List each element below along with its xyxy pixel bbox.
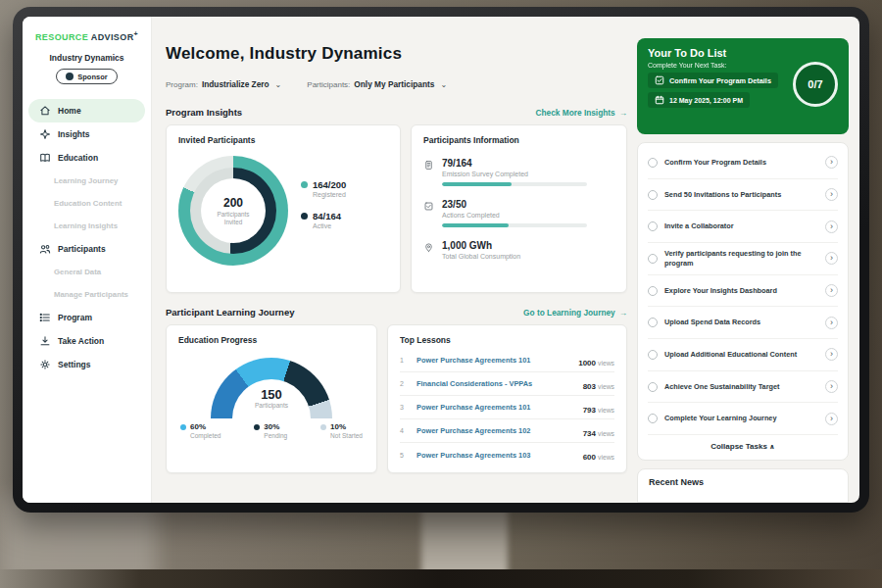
info-row: 79/164 Emission Survey Completed (423, 158, 614, 186)
task-checkbox[interactable] (648, 318, 658, 327)
sidebar-item-take-action[interactable]: Take Action (28, 329, 145, 353)
task-item[interactable]: Send 50 Invitations to Participants › (648, 179, 838, 212)
check-more-insights-link[interactable]: Check More Insights → (536, 108, 627, 118)
chevron-right-icon[interactable]: › (825, 413, 838, 425)
sidebar-nav: Home Insights Education Learning Journey… (23, 99, 151, 376)
donut-center: 200 Participants Invited (201, 178, 266, 243)
info-row: 1,000 GWh Total Global Consumption (423, 240, 614, 265)
app-logo: RESOURCE ADVISOR+ (23, 30, 151, 42)
org-name: Industry Dynamics (23, 53, 151, 63)
task-item[interactable]: Upload Additional Educational Content › (648, 339, 838, 371)
task-checkbox[interactable] (648, 286, 658, 296)
monitor-bezel: RESOURCE ADVISOR+ Industry Dynamics Spon… (13, 7, 869, 513)
chevron-right-icon[interactable]: › (825, 380, 838, 393)
lesson-link[interactable]: Financial Considerations - VPPAs (416, 379, 575, 388)
chevron-right-icon[interactable]: › (825, 156, 838, 169)
task-item[interactable]: Explore Your Insights Dashboard › (648, 275, 838, 308)
card-title: Education Progress (178, 335, 365, 345)
legend-item-completed: 60% Completed (180, 422, 220, 439)
task-item[interactable]: Verify participants requesting to join t… (648, 243, 838, 275)
filter-bar: Program: Industrialize Zero ⌄ Participan… (166, 79, 447, 89)
chevron-right-icon[interactable]: › (825, 317, 838, 329)
sidebar-item-general-data[interactable]: General Data (23, 261, 151, 283)
legend-item-registered: 164/200 Registered (301, 179, 346, 198)
teal-dot-icon (301, 181, 308, 188)
arrow-right-icon: → (619, 308, 627, 318)
sidebar-item-program[interactable]: Program (28, 306, 145, 329)
section-title: Program Insights (166, 107, 242, 118)
check-square-icon (423, 201, 434, 212)
lesson-link[interactable]: Power Purchase Agreements 101 (416, 356, 570, 365)
info-row: 23/50 Actions Completed (423, 199, 614, 227)
lesson-row: 1 Power Purchase Agreements 101 1000view… (400, 349, 614, 372)
navy-dot-icon (301, 213, 308, 220)
education-progress-card: Education Progress 150 Participants 60% … (166, 324, 377, 473)
chevron-right-icon[interactable]: › (825, 284, 838, 297)
due-date: 12 May 2025, 12:00 PM (648, 92, 750, 108)
info-progress-fill (442, 182, 512, 186)
program-filter[interactable]: Program: Industrialize Zero ⌄ (166, 79, 281, 89)
chevron-up-icon: ∧ (769, 443, 775, 450)
todo-progress-badge: 0/7 (793, 62, 838, 107)
participants-filter[interactable]: Participants: Only My Participants ⌄ (307, 79, 447, 89)
next-task[interactable]: Confirm Your Program Details (648, 73, 778, 88)
task-checkbox[interactable] (648, 382, 658, 392)
book-icon (39, 152, 51, 164)
task-checkbox[interactable] (648, 350, 658, 360)
sidebar-item-education-content[interactable]: Education Content (23, 192, 151, 215)
gauge-center: 150 Participants (178, 387, 365, 409)
invited-participants-card: Invited Participants 200 Participants In… (166, 124, 401, 293)
sidebar-item-learning-insights[interactable]: Learning Insights (23, 215, 151, 237)
chevron-right-icon[interactable]: › (825, 220, 838, 233)
task-checkbox[interactable] (648, 190, 658, 200)
learning-journey-header: Participant Learning Journey Go to Learn… (166, 307, 627, 318)
task-item[interactable]: Confirm Your Program Details › (648, 147, 838, 179)
task-checkbox[interactable] (648, 158, 658, 168)
chevron-right-icon[interactable]: › (825, 348, 838, 361)
page-title: Welcome, Industry Dynamics (166, 44, 402, 64)
chevron-down-icon: ⌄ (440, 80, 447, 89)
task-checkbox[interactable] (648, 221, 658, 231)
card-title: Invited Participants (178, 135, 388, 145)
task-checkbox[interactable] (648, 414, 658, 423)
sidebar-item-home[interactable]: Home (28, 99, 145, 122)
sponsor-icon (66, 73, 74, 80)
sidebar-item-manage-participants[interactable]: Manage Participants (23, 283, 151, 306)
chevron-right-icon[interactable]: › (825, 188, 838, 201)
lesson-row: 4 Power Purchase Agreements 102 734views (400, 419, 614, 443)
main-content: Welcome, Industry Dynamics Program: Indu… (152, 17, 641, 503)
app-window: RESOURCE ADVISOR+ Industry Dynamics Spon… (23, 17, 859, 503)
sidebar-item-settings[interactable]: Settings (28, 353, 145, 376)
check-square-icon (655, 75, 664, 85)
collapse-tasks-button[interactable]: Collapse Tasks ∧ (648, 435, 838, 456)
recent-news-header: Recent News (637, 468, 849, 503)
lesson-row: 3 Power Purchase Agreements 101 793views (400, 396, 614, 419)
participants-information-card: Participants Information 79/164 Emission… (411, 124, 627, 293)
task-item[interactable]: Upload Spend Data Records › (648, 307, 838, 339)
donut-legend: 164/200 Registered 84/164 Active (301, 179, 346, 242)
list-icon (39, 312, 51, 323)
todo-summary-card: Your To Do List Complete Your Next Task:… (637, 38, 849, 134)
sponsor-badge[interactable]: Sponsor (56, 69, 117, 84)
sidebar-item-insights[interactable]: Insights (28, 122, 145, 146)
legend-item-not-started: 10% Not Started (320, 422, 363, 439)
home-icon (39, 105, 51, 117)
task-item[interactable]: Invite a Collaborator › (648, 211, 838, 243)
go-to-learning-journey-link[interactable]: Go to Learning Journey → (523, 308, 627, 318)
lesson-link[interactable]: Power Purchase Agreements 102 (416, 426, 575, 435)
info-progress-fill (442, 223, 509, 227)
task-checkbox[interactable] (648, 254, 658, 264)
lesson-link[interactable]: Power Purchase Agreements 101 (416, 403, 575, 412)
lesson-row: 5 Power Purchase Agreements 103 600views (400, 443, 614, 466)
people-icon (39, 243, 51, 255)
task-item[interactable]: Achieve One Sustainability Target › (648, 371, 838, 404)
chevron-down-icon: ⌄ (275, 80, 282, 89)
sidebar-item-education[interactable]: Education (28, 146, 145, 170)
progress-track (442, 223, 587, 227)
task-item[interactable]: Complete Your Learning Journey › (648, 403, 838, 435)
navy-dot-icon (254, 424, 260, 430)
sidebar-item-learning-journey[interactable]: Learning Journey (23, 170, 151, 192)
sidebar-item-participants[interactable]: Participants (28, 237, 145, 261)
chevron-right-icon[interactable]: › (825, 252, 838, 265)
lesson-link[interactable]: Power Purchase Agreements 103 (416, 451, 575, 460)
